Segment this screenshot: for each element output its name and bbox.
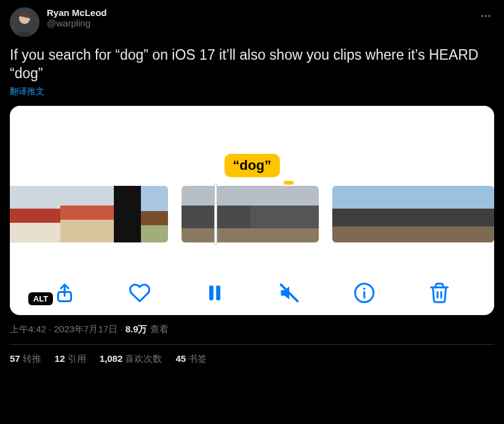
clip-group[interactable] <box>182 186 319 242</box>
alt-badge[interactable]: ALT <box>28 293 53 304</box>
share-icon[interactable] <box>54 282 76 304</box>
info-icon[interactable] <box>353 282 375 304</box>
user-block: Ryan McLeod @warpling <box>47 7 470 28</box>
heart-icon[interactable] <box>129 282 151 304</box>
svg-rect-7 <box>216 286 220 300</box>
svg-point-11 <box>363 287 366 290</box>
svg-point-4 <box>488 15 490 17</box>
clip-group[interactable] <box>10 186 168 242</box>
translate-link[interactable]: 翻译推文 <box>10 86 494 97</box>
more-icon[interactable] <box>477 7 494 27</box>
avatar[interactable] <box>10 7 39 37</box>
tweet: Ryan McLeod @warpling If you search for … <box>0 0 504 372</box>
media-controls <box>10 282 494 304</box>
clip-group[interactable] <box>332 186 494 242</box>
divider <box>10 344 494 345</box>
video-timeline[interactable] <box>10 186 494 242</box>
handle[interactable]: @warpling <box>47 18 470 28</box>
playhead[interactable] <box>214 183 217 245</box>
stat-likes[interactable]: 1,082 喜欢次数 <box>100 353 162 365</box>
stat-quotes[interactable]: 12 引用 <box>55 353 86 365</box>
mute-icon[interactable] <box>278 282 300 304</box>
svg-point-2 <box>481 15 483 17</box>
svg-point-3 <box>484 15 486 17</box>
tweet-header: Ryan McLeod @warpling <box>10 7 494 37</box>
tweet-meta: 上午4:42 · 2023年7月17日 · 8.9万 查看 <box>10 324 494 335</box>
stat-retweets[interactable]: 57 转推 <box>10 353 41 365</box>
tweet-date[interactable]: 2023年7月17日 <box>54 324 118 334</box>
svg-rect-6 <box>209 286 214 300</box>
trash-icon[interactable] <box>428 282 450 304</box>
tweet-text: If you search for “dog” on iOS 17 it’ll … <box>10 46 494 82</box>
pause-icon[interactable] <box>204 282 226 304</box>
tweet-stats: 57 转推 12 引用 1,082 喜欢次数 45 书签 <box>10 353 494 365</box>
media-card[interactable]: “dog” <box>10 106 494 315</box>
bubble-marker <box>284 181 294 185</box>
views-label: 查看 <box>150 324 169 334</box>
stat-bookmarks[interactable]: 45 书签 <box>175 353 207 365</box>
display-name[interactable]: Ryan McLeod <box>47 7 470 18</box>
views-count[interactable]: 8.9万 <box>126 324 148 334</box>
search-bubble: “dog” <box>224 154 279 177</box>
tweet-time[interactable]: 上午4:42 <box>10 324 46 334</box>
